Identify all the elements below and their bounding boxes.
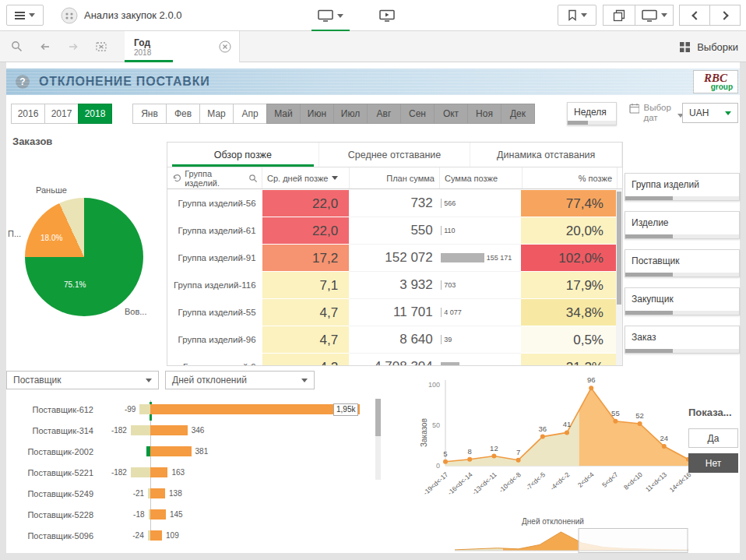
supplier-bar-row[interactable]: Поставщик-314-182346 <box>6 420 372 441</box>
deviation-chart-svg[interactable]: 0501005-19<d<-178-16<d<-1412-13<d<-117-1… <box>410 372 696 520</box>
svg-text:-19<d<-17: -19<d<-17 <box>421 470 449 497</box>
orders-pie[interactable] <box>25 198 143 316</box>
table-row[interactable]: Группа изделий-5622,073256677,4% <box>167 190 616 217</box>
filter-listbox-purchaser[interactable]: Закупщик <box>625 287 740 315</box>
month-button-10[interactable]: Окт <box>434 104 468 124</box>
month-button-3[interactable]: Мар <box>199 104 234 124</box>
tab-label: Среднее отставание <box>348 150 442 160</box>
selection-chip-year[interactable]: Год 2018 <box>125 31 240 62</box>
late-sum-cell: 39 <box>439 326 522 354</box>
table-row[interactable]: Группа изделий-554,711 7014 07734,8% <box>167 299 616 326</box>
early-value-label: -182 <box>111 468 127 477</box>
range-slider-chart[interactable] <box>455 528 688 553</box>
range-slider-svg[interactable] <box>455 528 688 553</box>
logo-text-group: group <box>694 83 737 91</box>
table-scrollbar[interactable] <box>616 190 622 365</box>
step-forward-button[interactable] <box>64 37 83 56</box>
column-header-late-sum[interactable]: Сумма позже <box>440 167 523 188</box>
month-button-12[interactable]: Дек <box>501 104 535 124</box>
table-row[interactable]: Группа изделий-94,24 708 30421,2% <box>167 354 616 365</box>
clear-selections-button[interactable] <box>92 37 111 56</box>
filter-listbox-product-group[interactable]: Группа изделий <box>625 173 740 201</box>
table-row[interactable]: Группа изделий-964,78 640390,5% <box>167 326 616 354</box>
month-button-2[interactable]: Фев <box>166 104 200 124</box>
week-filter-listbox[interactable]: Неделя <box>567 102 617 125</box>
date-picker-button[interactable]: Выбор дат <box>629 103 684 123</box>
supplier-bar-row[interactable]: Поставщик-2002381 <box>6 441 372 462</box>
bar-chart-scrollbar[interactable] <box>375 399 381 480</box>
help-icon[interactable] <box>16 75 30 89</box>
show-yes-button[interactable]: Да <box>688 428 738 448</box>
month-button-9[interactable]: Сен <box>400 104 435 124</box>
step-back-button[interactable] <box>36 37 55 56</box>
product-group-cell: Группа изделий-91 <box>167 245 262 272</box>
supplier-dimension-select[interactable]: Поставщик <box>6 371 159 389</box>
listbox-title: Изделие <box>625 212 739 228</box>
sheets-list-button[interactable] <box>635 5 674 26</box>
supplier-bar-row[interactable]: Поставщик-5096-24109 <box>6 525 372 546</box>
supplier-label: Поставщик-2002 <box>6 447 93 456</box>
month-button-7[interactable]: Июл <box>333 104 368 124</box>
month-button-4[interactable]: Апр <box>233 104 267 124</box>
sheet-buttons-group <box>603 5 673 26</box>
storytelling-button[interactable] <box>379 5 395 26</box>
month-button-8[interactable]: Авг <box>367 104 401 124</box>
table-row[interactable]: Группа изделий-9117,2152 072155 171102,0… <box>167 245 616 272</box>
bookmarks-button[interactable] <box>558 5 596 26</box>
filter-listbox-supplier[interactable]: Поставщик <box>625 249 740 277</box>
supplier-bar-row[interactable]: Поставщик-612-991,95k <box>6 399 372 420</box>
tab-late-overview[interactable]: Обзор позже <box>167 143 319 167</box>
next-sheet-button[interactable] <box>709 5 741 26</box>
supplier-bar-row[interactable]: Поставщик-5221-182163 <box>6 462 372 483</box>
year-button-2017[interactable]: 2017 <box>44 104 79 124</box>
svg-text:2<d<4: 2<d<4 <box>576 470 596 489</box>
filter-listbox-order[interactable]: Заказ <box>625 326 740 354</box>
month-button-5[interactable]: Май <box>266 104 301 124</box>
listbox-scrollbar[interactable] <box>568 121 616 125</box>
chevron-down-icon <box>661 13 667 17</box>
table-row[interactable]: Группа изделий-1167,13 93270317,9% <box>167 272 616 299</box>
sheet-icon <box>318 9 333 22</box>
column-header-days-late[interactable]: Ср. дней позже <box>262 167 350 188</box>
selections-tool-button[interactable]: Выборки <box>679 31 738 62</box>
svg-text:5: 5 <box>443 449 447 458</box>
filter-listbox-product[interactable]: Изделие <box>625 211 740 239</box>
listbox-scrollbar[interactable] <box>625 311 739 315</box>
month-button-1[interactable]: Янв <box>132 104 167 124</box>
clear-selection-icon[interactable] <box>219 41 231 53</box>
late-sum-cell <box>439 354 522 365</box>
svg-text:96: 96 <box>587 375 596 384</box>
tab-average-lag[interactable]: Среднее отставание <box>319 143 471 167</box>
listbox-scrollbar[interactable] <box>625 234 739 238</box>
measure-dimension-select[interactable]: Дней отклонений <box>165 371 315 389</box>
avg-days-late-cell: 22,0 <box>262 190 350 217</box>
year-button-2018[interactable]: 2018 <box>78 104 112 124</box>
currency-dropdown[interactable]: UAH <box>682 103 738 123</box>
year-button-2016[interactable]: 2016 <box>11 104 45 124</box>
table-row[interactable]: Группа изделий-6122,055011020,0% <box>167 217 616 245</box>
supplier-label: Поставщик-5228 <box>6 510 93 519</box>
column-header-pct-late[interactable]: % позже <box>523 167 618 188</box>
listbox-scrollbar[interactable] <box>625 196 739 200</box>
duplicate-sheet-button[interactable] <box>603 5 635 26</box>
selections-search-button[interactable] <box>8 37 26 56</box>
y-axis-title: Заказов <box>420 410 428 456</box>
main-menu-button[interactable] <box>6 5 44 26</box>
column-header-plan-sum[interactable]: План сумма <box>350 167 440 188</box>
supplier-bar-row[interactable]: Поставщик-5249-21138 <box>6 483 372 504</box>
listbox-scrollbar[interactable] <box>625 273 739 276</box>
tab-label: Динамика отставания <box>497 150 595 160</box>
prev-sheet-button[interactable] <box>679 5 710 26</box>
month-button-6[interactable]: Июн <box>300 104 334 124</box>
listbox-scrollbar[interactable] <box>625 349 739 353</box>
sheet-navigation-button[interactable] <box>318 5 343 26</box>
supplier-bar-row[interactable]: Поставщик-5228-18145 <box>6 504 372 525</box>
show-no-button[interactable]: Нет <box>688 453 738 473</box>
app-icon <box>61 7 78 24</box>
pie-value-ontime: 75.1% <box>64 280 86 289</box>
column-header-group[interactable]: Группа изделий. <box>167 167 262 188</box>
bar-plot: -182163 <box>98 462 372 483</box>
tab-lag-dynamics[interactable]: Динамика отставания <box>470 143 622 167</box>
month-button-11[interactable]: Ноя <box>467 104 501 124</box>
listbox-title: Поставщик <box>625 250 739 266</box>
